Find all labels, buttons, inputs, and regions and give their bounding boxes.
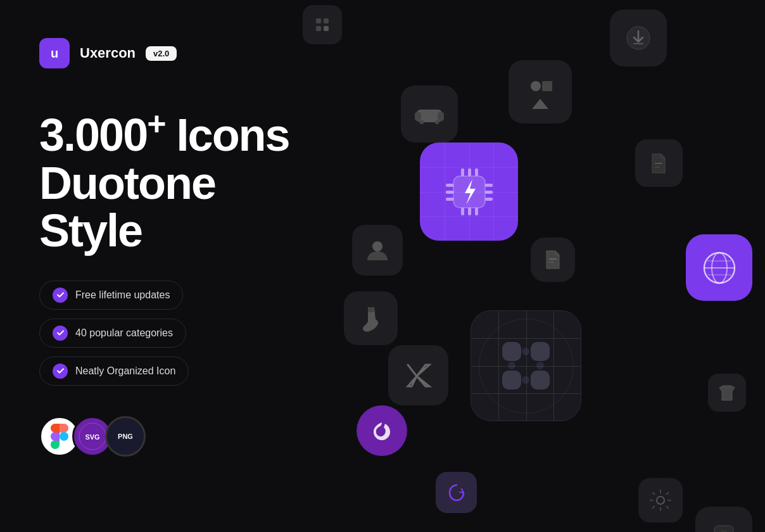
svg-rect-44 <box>655 167 660 168</box>
features-list: Free lifetime updates 40 popular categor… <box>39 281 305 386</box>
slack-icon-card <box>471 310 581 421</box>
svg-rect-11 <box>542 81 552 91</box>
sofa-icon-card <box>401 86 458 142</box>
svg-rect-9 <box>435 120 439 124</box>
svg-rect-49 <box>324 18 329 23</box>
icons-scene <box>284 0 765 532</box>
x-icon-card <box>388 345 448 405</box>
svg-rect-7 <box>438 112 444 121</box>
svg-point-28 <box>372 241 382 251</box>
shapes-icon-card <box>509 60 572 124</box>
svg-text:SVG: SVG <box>85 433 99 441</box>
feature-badge-categories: 40 popular categories <box>39 319 186 348</box>
left-panel: u Uxercon v2.0 3.000+ Icons Duotone Styl… <box>39 38 305 457</box>
svg-rect-43 <box>655 163 662 164</box>
svg-rect-6 <box>415 112 421 121</box>
version-badge: v2.0 <box>146 46 177 61</box>
svg-marker-12 <box>532 99 548 109</box>
svg-rect-48 <box>316 18 321 23</box>
feature-badge-organized: Neatly Organized Icon <box>39 357 189 386</box>
svg-rect-26 <box>549 258 557 260</box>
globe-icon-card <box>686 234 752 301</box>
svg-rect-8 <box>420 120 424 124</box>
feature-badge-lifetime: Free lifetime updates <box>39 281 183 310</box>
file2-icon-card <box>635 139 683 187</box>
person-icon-card <box>352 225 403 276</box>
refresh-icon-card <box>436 472 477 513</box>
power-chip-card <box>420 142 518 241</box>
sock-icon-card <box>344 291 398 345</box>
settings-icon-card <box>638 478 683 522</box>
svg-point-10 <box>531 81 541 91</box>
check-icon-categories <box>53 326 68 341</box>
notion-icon-card <box>357 405 407 456</box>
brand-name: Uxercon <box>80 45 136 61</box>
svg-rect-50 <box>316 26 321 31</box>
svg-rect-27 <box>549 262 554 263</box>
png-format-icon: PNG <box>105 416 146 457</box>
check-icon-lifetime <box>53 288 68 303</box>
hero-title: 3.000+ Icons Duotone Style <box>39 106 305 255</box>
brand-logo-icon: u <box>39 38 70 68</box>
download-icon-card <box>610 10 667 66</box>
format-icons-row: SVG PNG <box>39 416 305 457</box>
top-left-icon-card <box>303 5 342 44</box>
shirt-icon-card <box>708 374 746 412</box>
extra-icon-card <box>695 507 752 532</box>
svg-text:PNG: PNG <box>118 433 133 440</box>
svg-rect-51 <box>324 26 329 31</box>
file-icon-card <box>531 238 575 282</box>
check-icon-organized <box>53 364 68 379</box>
svg-rect-29 <box>368 307 374 312</box>
svg-point-47 <box>657 497 664 504</box>
logo-bar: u Uxercon v2.0 <box>39 38 305 68</box>
